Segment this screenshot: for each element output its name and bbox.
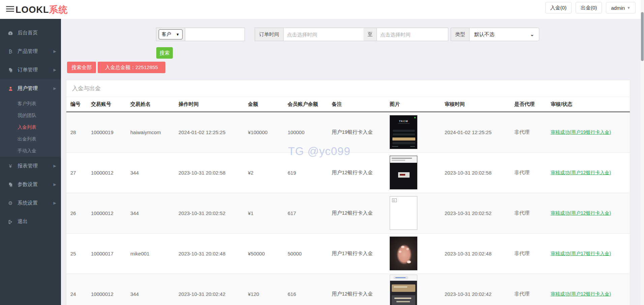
chevron-down-icon: ▼ (627, 6, 631, 10)
receipt-image[interactable] (390, 237, 417, 270)
page-scrollbar (641, 0, 644, 305)
yen-icon: ¥ (7, 163, 14, 169)
sidebar-item-label: 用户管理 (18, 85, 54, 92)
sidebar-subitem-deposit-list[interactable]: 入金列表 (0, 121, 61, 133)
scrollbar-thumb[interactable] (641, 12, 644, 61)
sidebar-item-orders[interactable]: 订单管理 ▶ (0, 61, 61, 79)
status-link[interactable]: 审核成功(用户12银行卡入金) (551, 170, 611, 175)
chevron-right-icon: ▶ (54, 182, 56, 187)
sidebar-item-logout[interactable]: 退出 (0, 212, 61, 231)
withdraw-count-button[interactable]: 出金(0) (576, 2, 602, 13)
col-header-image: 图片 (386, 97, 441, 112)
search-button[interactable]: 搜索 (156, 47, 173, 59)
type-label: 类型 (451, 28, 470, 41)
cell-remark: 用户17银行卡入金 (328, 233, 386, 274)
sidebar-item-reports[interactable]: ¥ 报表管理 ▶ (0, 157, 61, 175)
cell-balance: 617 (284, 193, 328, 233)
type-select[interactable]: 默认不选 ⌄ (469, 28, 539, 41)
cell-id: 26 (66, 193, 87, 233)
sidebar-item-label: 订单管理 (18, 67, 54, 73)
user-menu-button[interactable]: admin ▼ (606, 2, 636, 13)
sidebar-subitem-my-team[interactable]: 我的团队 (0, 110, 61, 121)
sidebar-item-label: 退出 (18, 218, 56, 225)
receipt-image-broken[interactable] (390, 196, 417, 230)
sidebar-item-users[interactable]: 用户管理 ▶ (0, 79, 61, 98)
chevron-right-icon: ▶ (54, 86, 56, 91)
cell-amount: ¥120 (244, 274, 284, 305)
col-header-status: 审核/状态 (547, 97, 630, 112)
col-header-agent: 是否代理 (510, 97, 547, 112)
customer-filter-group: 客户 ▼ (156, 28, 245, 41)
gears-icon: ⚙ (7, 200, 14, 206)
cell-amount: ¥50000 (244, 233, 284, 274)
cell-audit-time: 2023-10-31 20:02:48 (441, 233, 510, 274)
chevron-right-icon: ▶ (54, 164, 56, 168)
cell-agent: 非代理 (510, 112, 547, 152)
cell-balance: 50000 (284, 233, 328, 274)
cell-op-time: 2024-01-02 12:25:25 (174, 112, 244, 152)
sidebar-item-system[interactable]: ⚙ 系统设置 ▶ (0, 194, 61, 212)
sidebar-item-dashboard[interactable]: 后台首页 (0, 24, 61, 42)
status-link[interactable]: 审核成功(用户19银行卡入金) (551, 129, 611, 135)
status-link[interactable]: 审核成功(用户12银行卡入金) (551, 210, 611, 216)
sidebar-subitem-manual-deposit[interactable]: 手动入金 (0, 145, 61, 157)
cell-name: 344 (126, 274, 174, 305)
sidebar-nav: 后台首页 ₿ 产品管理 ▶ 订单管理 ▶ 用户管理 ▶ 客户列表 我的团队 入金… (0, 19, 61, 305)
user-icon (7, 86, 14, 92)
status-link[interactable]: 审核成功(用户17银行卡入金) (551, 251, 611, 256)
field-select[interactable]: 客户 ▼ (159, 29, 183, 39)
to-label: 至 (363, 28, 377, 41)
sidebar-item-label: 参数设置 (18, 181, 54, 188)
col-header-op-time: 操作时间 (174, 97, 244, 112)
header-actions: 入金(0) 出金(0) admin ▼ (545, 2, 636, 13)
sidebar-item-label: 后台首页 (18, 30, 56, 36)
col-header-amount: 金额 (244, 97, 284, 112)
cell-op-time: 2023-10-31 20:02:48 (174, 233, 244, 274)
params-icon (7, 182, 14, 188)
sidebar-item-products[interactable]: ₿ 产品管理 ▶ (0, 42, 61, 61)
col-header-id: 编号 (66, 97, 87, 112)
total-deposit-badge: 入金总金额：22512855 (98, 62, 165, 73)
chevron-down-icon: ⌄ (530, 31, 534, 37)
cell-op-time: 2023-10-31 20:02:52 (174, 193, 244, 233)
menu-toggle-icon[interactable] (6, 6, 14, 13)
cell-account: 10000019 (87, 112, 126, 152)
cell-account: 10000017 (87, 233, 126, 274)
top-header: LOOKL系统 入金(0) 出金(0) admin ▼ (0, 0, 644, 19)
table-header-row: 编号 交易账号 交易姓名 操作时间 金额 会员账户余额 备注 图片 审核时间 是… (66, 97, 630, 112)
panel-title: 入金与出金 (66, 80, 630, 97)
cell-audit-time: 2024-01-02 12:25:25 (441, 112, 510, 152)
users-submenu: 客户列表 我的团队 入金列表 出金列表 手动入金 (0, 98, 61, 157)
receipt-image[interactable]: TKCM (390, 115, 417, 149)
col-header-remark: 备注 (328, 97, 386, 112)
chevron-down-icon: ▼ (176, 32, 180, 36)
cell-id: 25 (66, 233, 87, 274)
main-content: 客户 ▼ 订单时间 至 类型 默认不选 ⌄ 搜索 搜索全部 入金总金额：2251… (61, 19, 644, 305)
cell-name: mike001 (126, 233, 174, 274)
end-time-input[interactable] (377, 28, 448, 41)
table-row: 27 10000012 344 2023-10-31 20:02:58 ¥2 6… (66, 152, 630, 193)
cell-agent: 非代理 (510, 193, 547, 233)
deposit-count-button[interactable]: 入金(0) (545, 2, 572, 13)
cell-remark: 用户12银行卡入金 (328, 152, 386, 193)
status-link[interactable]: 审核成功(用户12银行卡入金) (551, 291, 611, 297)
cell-amount: ¥100000 (244, 112, 284, 152)
app-logo[interactable]: LOOKL系统 (15, 4, 68, 16)
receipt-image[interactable] (390, 275, 417, 305)
customer-search-input[interactable] (185, 28, 245, 41)
search-all-button[interactable]: 搜索全部 (67, 62, 96, 73)
sidebar-item-params[interactable]: 参数设置 ▶ (0, 175, 61, 194)
sidebar-subitem-label: 出金列表 (18, 136, 36, 142)
cell-agent: 非代理 (510, 274, 547, 305)
sidebar-subitem-label: 入金列表 (18, 124, 36, 130)
field-select-value: 客户 (162, 31, 171, 37)
sidebar-subitem-withdraw-list[interactable]: 出金列表 (0, 133, 61, 145)
sidebar-subitem-customer-list[interactable]: 客户列表 (0, 98, 61, 110)
receipt-image[interactable] (390, 156, 417, 189)
app-logo-text: LOOKL (15, 5, 49, 15)
type-filter-group: 类型 默认不选 ⌄ (451, 28, 539, 41)
start-time-input[interactable] (283, 28, 364, 41)
sidebar-subitem-label: 客户列表 (18, 101, 36, 107)
chevron-right-icon: ▶ (54, 49, 56, 54)
cell-id: 27 (66, 152, 87, 193)
